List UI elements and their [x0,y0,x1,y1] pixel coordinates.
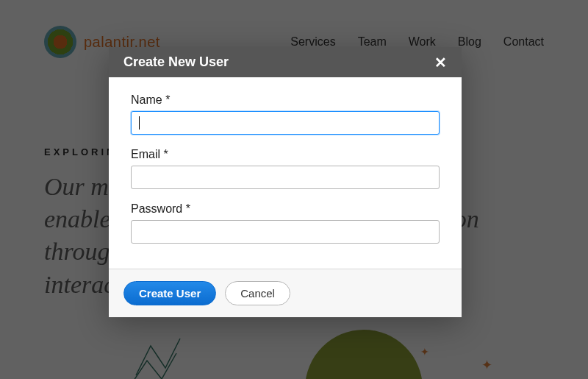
create-user-button[interactable]: Create User [123,281,216,305]
modal-footer: Create User Cancel [109,269,462,317]
name-label: Name * [131,93,440,107]
text-cursor [139,116,140,130]
create-user-modal: Create New User ✕ Name * Email * Passwor… [109,47,462,317]
modal-header: Create New User ✕ [109,47,462,77]
cancel-button[interactable]: Cancel [225,281,290,305]
email-field[interactable] [131,166,440,189]
password-label: Password * [131,202,440,216]
modal-body: Name * Email * Password * [109,77,462,269]
modal-title: Create New User [123,54,229,70]
name-field[interactable] [131,111,440,135]
email-label: Email * [131,148,440,161]
close-icon[interactable]: ✕ [434,55,447,70]
password-field[interactable] [131,220,440,244]
